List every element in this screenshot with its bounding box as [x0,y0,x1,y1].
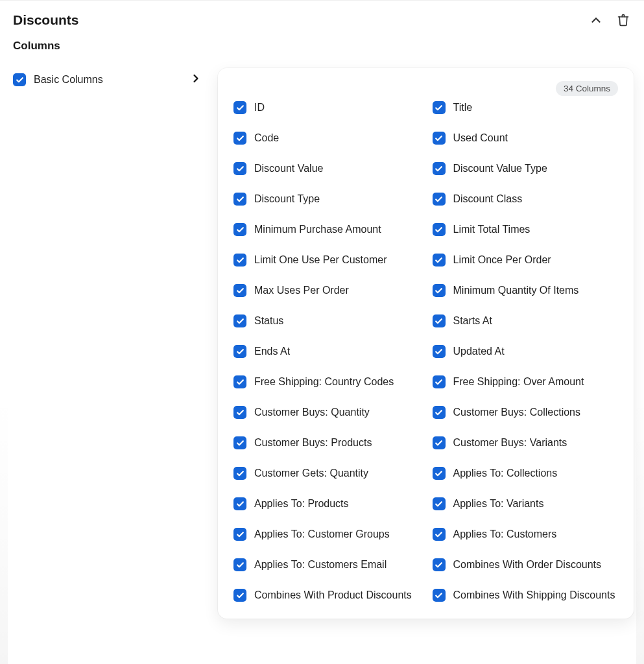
column-option-applies-to-collections[interactable]: Applies To: Collections [433,467,619,480]
column-checkbox[interactable] [433,314,446,327]
column-option-ends-at[interactable]: Ends At [233,345,420,358]
column-checkbox[interactable] [433,162,446,175]
column-checkbox[interactable] [233,467,246,480]
column-checkbox[interactable] [433,436,446,449]
column-checkbox[interactable] [233,528,246,541]
column-checkbox[interactable] [433,345,446,358]
column-option-limit-once-per-order[interactable]: Limit Once Per Order [433,254,619,267]
column-option-combines-with-shipping-discounts[interactable]: Combines With Shipping Discounts [433,589,619,602]
column-label: Customer Gets: Quantity [254,468,368,479]
check-icon [236,134,244,143]
column-option-applies-to-variants[interactable]: Applies To: Variants [433,497,619,510]
basic-columns-checkbox[interactable] [13,73,26,86]
column-checkbox[interactable] [433,467,446,480]
column-label: Free Shipping: Country Codes [254,376,394,388]
column-option-customer-buys-products[interactable]: Customer Buys: Products [233,436,420,449]
column-checkbox[interactable] [433,223,446,236]
collapse-button[interactable] [588,12,604,28]
check-icon [236,165,244,173]
column-checkbox[interactable] [233,558,246,571]
check-icon [435,439,443,447]
column-option-customer-buys-variants[interactable]: Customer Buys: Variants [433,436,619,449]
columns-subheader: Columns [0,32,644,58]
column-label: Starts At [453,315,492,327]
check-icon [236,256,244,265]
column-checkbox[interactable] [433,406,446,419]
column-option-minimum-purchase-amount[interactable]: Minimum Purchase Amount [233,223,420,236]
column-option-code[interactable]: Code [233,132,420,145]
column-option-applies-to-customers[interactable]: Applies To: Customers [433,528,619,541]
check-icon [236,439,244,447]
column-checkbox[interactable] [433,254,446,267]
discounts-panel: Discounts Columns Basic Columns [0,0,644,664]
column-option-max-uses-per-order[interactable]: Max Uses Per Order [233,284,420,297]
column-label: Discount Type [254,193,320,205]
column-checkbox[interactable] [233,132,246,145]
column-option-id[interactable]: ID [233,101,420,114]
column-checkbox[interactable] [433,132,446,145]
column-option-applies-to-products[interactable]: Applies To: Products [233,497,420,510]
column-option-free-shipping-over-amount[interactable]: Free Shipping: Over Amount [433,375,619,388]
column-option-discount-value-type[interactable]: Discount Value Type [433,162,619,175]
column-option-customer-buys-collections[interactable]: Customer Buys: Collections [433,406,619,419]
column-checkbox[interactable] [233,345,246,358]
column-option-limit-one-use-per-customer[interactable]: Limit One Use Per Customer [233,254,420,267]
check-icon [435,165,443,173]
column-checkbox[interactable] [233,101,246,114]
column-checkbox[interactable] [433,284,446,297]
column-checkbox[interactable] [233,436,246,449]
check-icon [236,226,244,234]
column-checkbox[interactable] [233,406,246,419]
delete-button[interactable] [615,12,631,28]
column-option-title[interactable]: Title [433,101,619,114]
column-checkbox[interactable] [233,254,246,267]
sidebar-item-basic-columns[interactable]: Basic Columns [10,68,205,91]
badge-row: 34 Columns [233,81,618,96]
column-checkbox[interactable] [233,223,246,236]
column-label: Title [453,102,473,113]
column-option-combines-with-product-discounts[interactable]: Combines With Product Discounts [233,589,420,602]
column-label: Free Shipping: Over Amount [453,376,584,388]
column-label: Used Count [453,132,508,144]
column-label: Applies To: Customer Groups [254,528,390,540]
column-option-customer-gets-quantity[interactable]: Customer Gets: Quantity [233,467,420,480]
column-option-free-shipping-country-codes[interactable]: Free Shipping: Country Codes [233,375,420,388]
column-checkbox[interactable] [433,101,446,114]
column-label: Applies To: Products [254,498,349,510]
column-checkbox[interactable] [233,284,246,297]
column-label: Limit Once Per Order [453,254,551,266]
column-option-limit-total-times[interactable]: Limit Total Times [433,223,619,236]
column-checkbox[interactable] [233,497,246,510]
column-checkbox[interactable] [433,589,446,602]
check-icon [435,195,443,204]
column-checkbox[interactable] [233,162,246,175]
column-option-used-count[interactable]: Used Count [433,132,619,145]
column-option-discount-class[interactable]: Discount Class [433,193,619,206]
column-checkbox[interactable] [433,497,446,510]
check-icon [236,348,244,356]
column-option-updated-at[interactable]: Updated At [433,345,619,358]
column-option-discount-value[interactable]: Discount Value [233,162,420,175]
column-option-status[interactable]: Status [233,314,420,327]
column-label: Minimum Purchase Amount [254,224,381,235]
column-checkbox[interactable] [433,375,446,388]
column-checkbox[interactable] [233,589,246,602]
check-icon [236,317,244,326]
column-checkbox[interactable] [433,193,446,206]
column-option-starts-at[interactable]: Starts At [433,314,619,327]
column-option-applies-to-customer-groups[interactable]: Applies To: Customer Groups [233,528,420,541]
column-checkbox[interactable] [233,193,246,206]
chevron-up-icon [589,13,603,27]
column-option-minimum-quantity-of-items[interactable]: Minimum Quantity Of Items [433,284,619,297]
check-icon [435,256,443,265]
column-option-customer-buys-quantity[interactable]: Customer Buys: Quantity [233,406,420,419]
column-option-applies-to-customers-email[interactable]: Applies To: Customers Email [233,558,420,571]
check-icon [435,409,443,417]
column-option-discount-type[interactable]: Discount Type [233,193,420,206]
column-checkbox[interactable] [233,314,246,327]
check-icon [236,469,244,478]
column-option-combines-with-order-discounts[interactable]: Combines With Order Discounts [433,558,619,571]
column-checkbox[interactable] [233,375,246,388]
column-checkbox[interactable] [433,528,446,541]
column-checkbox[interactable] [433,558,446,571]
